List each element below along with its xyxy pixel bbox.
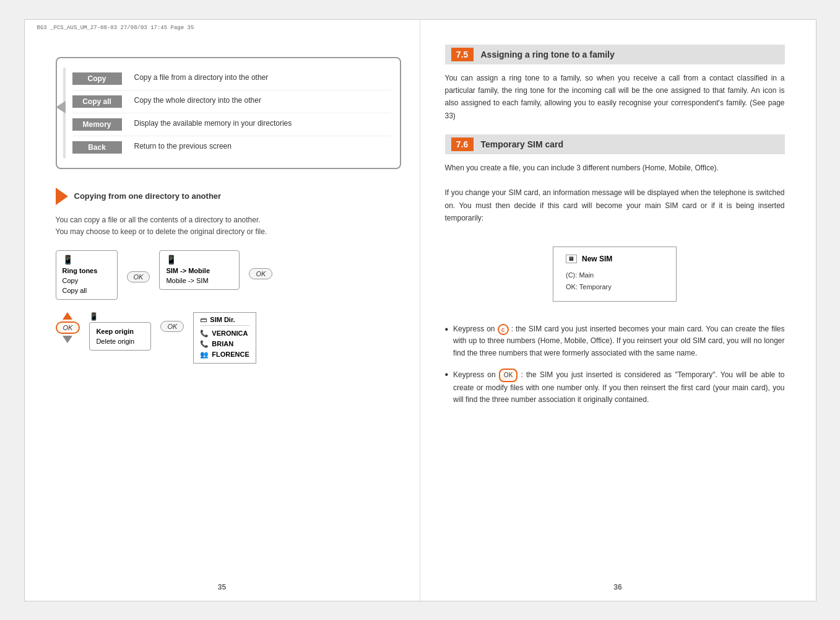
- triangle-icon: [56, 188, 68, 205]
- copy-section-body: You can copy a file or all the contents …: [56, 214, 401, 238]
- section-76-badge: 7.6 Temporary SIM card: [445, 134, 785, 154]
- sim-name-2: BRIAN: [212, 340, 233, 347]
- section-75-badge: 7.5 Assigning a ring tone to a family: [445, 45, 785, 64]
- sim-entry-1: 📞 VERONICA: [200, 328, 249, 339]
- bullet-text-1: Keypress on c : the SIM card you just in…: [453, 323, 784, 359]
- sim-dir-icon: 🗃: [200, 316, 207, 323]
- cmd-row-copyall: Copy all Copy the whole directory into t…: [72, 90, 391, 113]
- ok-button-1[interactable]: OK: [127, 271, 150, 282]
- sim-option-2: OK: Temporary: [566, 281, 612, 294]
- diag-box1-item3: Copy all: [63, 286, 111, 295]
- diag-box1-item1: Ring tones: [63, 266, 111, 276]
- c-key-icon: c: [498, 324, 509, 335]
- ok-btn-1-wrapper: OK: [127, 272, 150, 281]
- ok-btn-2-wrapper: OK: [249, 269, 272, 278]
- diag-box2: 📱 SIM -> Mobile Mobile -> SIM: [159, 250, 240, 290]
- diag-box3-item1: Keep origin: [96, 326, 144, 336]
- cmd-desc-copy: Copy a file from a directory into the ot…: [134, 72, 269, 83]
- copy-section-heading: Copying from one directory to another: [56, 188, 401, 205]
- bullet-dot-1: •: [445, 325, 449, 334]
- phone-icon1: 📱: [63, 255, 111, 264]
- sim-card-icon: ▤: [566, 255, 577, 263]
- new-sim-title-row: ▤ New SIM: [566, 255, 612, 263]
- arrow-up-icon: [63, 312, 72, 320]
- cmd-desc-back: Return to the previous screen: [134, 141, 232, 152]
- sim-dir-box: 🗃 SIM Dir. 📞 VERONICA 📞 BRIAN 👥 FLORENCE: [193, 312, 256, 364]
- bullet-text-2: Keypress on OK : the SIM you just insert…: [453, 369, 784, 406]
- diagram-area: 📱 Ring tones Copy Copy all OK 📱 SIM -> M…: [56, 250, 401, 364]
- cmd-row-memory: Memory Display the available memory in y…: [72, 113, 391, 136]
- left-page: Copy Copy a file from a directory into t…: [25, 20, 420, 601]
- section-76-body1: When you create a file, you can include …: [445, 162, 785, 174]
- contact-icon-1: 📞: [200, 330, 209, 338]
- table-arrow-icon: [56, 101, 66, 113]
- page-container: BG3 _PCS_AUS_UM_27-08-03 27/08/03 17:45 …: [24, 19, 816, 601]
- right-page: 7.5 Assigning a ring tone to a family Yo…: [420, 20, 816, 601]
- ok-button-2[interactable]: OK: [249, 268, 272, 279]
- ok-button-4[interactable]: OK: [160, 321, 184, 332]
- bullet-item-2: • Keypress on OK : the SIM you just inse…: [445, 369, 785, 406]
- sim-entry-2: 📞 BRIAN: [200, 339, 249, 349]
- cmd-desc-copyall: Copy the whole directory into the other: [134, 95, 261, 106]
- sim-dir-title: SIM Dir.: [210, 316, 235, 323]
- copy-section-title: Copying from one directory to another: [74, 191, 222, 201]
- cmd-desc-memory: Display the available memory in your dir…: [134, 118, 292, 129]
- cmd-label-back: Back: [72, 141, 122, 154]
- ok-btn-4-wrapper: OK: [160, 321, 184, 331]
- ok-button-3[interactable]: OK: [56, 321, 80, 334]
- sim-entry-3: 👥 FLORENCE: [200, 349, 249, 360]
- diag-box1: 📱 Ring tones Copy Copy all: [56, 250, 118, 300]
- new-sim-title-text: New SIM: [582, 255, 612, 263]
- right-page-number: 36: [613, 583, 621, 592]
- ok-arrow-group: OK: [56, 312, 80, 343]
- contact-icon-2: 📞: [200, 340, 209, 348]
- badge-75-title: Assigning a ring tone to a family: [481, 50, 615, 59]
- sim-name-1: VERONICA: [212, 330, 248, 337]
- phone-icon3: 📱: [89, 312, 151, 321]
- ok-inline-icon: OK: [499, 369, 517, 382]
- cmd-row-back: Back Return to the previous screen: [72, 136, 391, 159]
- badge-75-number: 7.5: [451, 48, 474, 61]
- diag-box3-wrapper: 📱 Keep origin Delete origin: [89, 312, 151, 351]
- diag-box3-item2: Delete origin: [96, 336, 144, 346]
- new-sim-options: (C): Main OK: Temporary: [566, 269, 612, 294]
- arrow-down-icon: [63, 336, 72, 343]
- cmd-label-copy: Copy: [72, 72, 122, 85]
- bullet-item-1: • Keypress on c : the SIM card you just …: [445, 323, 785, 359]
- new-sim-box: ▤ New SIM (C): Main OK: Temporary: [553, 247, 677, 302]
- cmd-label-memory: Memory: [72, 118, 122, 131]
- badge-76-title: Temporary SIM card: [481, 139, 564, 149]
- cmd-row-copy: Copy Copy a file from a directory into t…: [72, 68, 391, 90]
- diag-box2-item1: SIM -> Mobile: [166, 266, 233, 276]
- commands-table: Copy Copy a file from a directory into t…: [56, 57, 401, 169]
- bullet-dot-2: •: [445, 370, 449, 380]
- section-75-body: You can assign a ring tone to a family, …: [445, 72, 785, 123]
- cmd-label-copyall: Copy all: [72, 95, 122, 108]
- badge-76-number: 7.6: [451, 138, 474, 151]
- new-sim-container: ▤ New SIM (C): Main OK: Temporary: [445, 237, 785, 315]
- sim-name-3: FLORENCE: [212, 351, 249, 358]
- left-page-number: 35: [218, 583, 226, 592]
- sim-dir-header: 🗃 SIM Dir.: [200, 316, 249, 326]
- contact-icon-3: 👥: [200, 351, 209, 359]
- phone-icon2: 📱: [166, 255, 233, 264]
- diag-box3: Keep origin Delete origin: [89, 322, 151, 351]
- diag-box2-item2: Mobile -> SIM: [166, 276, 233, 286]
- diag-box1-item2: Copy: [63, 276, 111, 286]
- sim-option-1: (C): Main: [566, 269, 612, 282]
- section-76-body2: If you change your SIM card, an informat…: [445, 186, 785, 224]
